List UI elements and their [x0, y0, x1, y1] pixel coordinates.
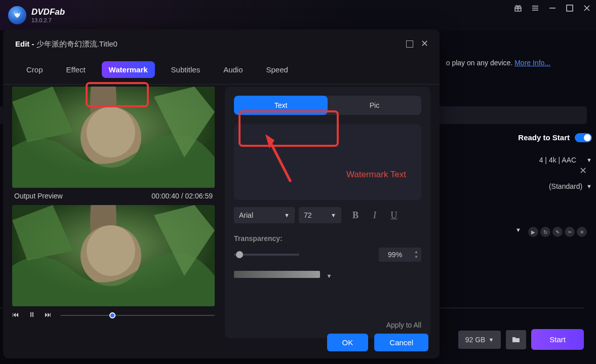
transparency-label: Transparency: — [234, 234, 421, 242]
mode-selector[interactable]: (Standard)▼ — [549, 182, 592, 190]
folder-button[interactable] — [506, 330, 526, 349]
chevron-down-icon: ▼ — [586, 157, 592, 163]
preview-before — [12, 87, 215, 188]
close-icon[interactable] — [583, 4, 591, 12]
ready-label: Ready to Start — [518, 133, 570, 142]
edit-action-icon[interactable]: ✎ — [552, 227, 563, 237]
next-frame-icon[interactable]: ⏭ — [45, 310, 52, 318]
tab-speed[interactable]: Speed — [259, 61, 295, 78]
preview-column: Output Preview 00:00:40 / 02:06:59 ⏮ — [12, 87, 215, 338]
svg-point-9 — [87, 225, 135, 276]
menu-icon[interactable] — [531, 4, 539, 12]
maximize-icon[interactable] — [566, 4, 574, 12]
action-icon-row: ▼ ▶ ↻ ✎ ✂ ✕ — [515, 227, 587, 237]
bg-description: o play on any device. More Info... — [446, 59, 550, 67]
refresh-action-icon[interactable]: ↻ — [540, 227, 550, 237]
slider-handle[interactable] — [236, 251, 243, 258]
ready-toggle[interactable] — [575, 133, 592, 142]
seg-pic[interactable]: Pic — [328, 96, 421, 115]
app-version: 13.0.2.7 — [31, 17, 65, 23]
item-close-icon[interactable]: ✕ — [579, 165, 587, 176]
font-size-select[interactable]: 72▼ — [299, 207, 341, 223]
transparency-slider[interactable] — [234, 254, 299, 256]
edit-dialog: Edit - 少年派的奇幻漂流.Title0 ✕ Crop Effect Wat… — [3, 29, 440, 358]
bold-button[interactable]: B — [348, 208, 363, 222]
preview-after — [12, 205, 215, 306]
chevron-down-icon[interactable]: ▼ — [326, 273, 332, 279]
size-selector[interactable]: 92 GB▼ — [458, 331, 501, 349]
annotation-arrow-icon — [260, 131, 301, 187]
codec-selector[interactable]: 4 | 4k | AAC▼ — [539, 156, 592, 164]
dialog-close-icon[interactable]: ✕ — [419, 38, 429, 49]
fox-icon — [12, 10, 23, 21]
app-topbar: DVDFab 13.0.2.7 — [0, 0, 596, 30]
watermark-preview-box[interactable]: Watermark Text — [234, 124, 421, 200]
app-logo — [8, 6, 26, 24]
play-action-icon[interactable]: ▶ — [528, 227, 538, 237]
pause-icon[interactable]: ⏸ — [28, 310, 35, 318]
cancel-button[interactable]: Cancel — [374, 334, 428, 351]
svg-point-5 — [87, 107, 135, 157]
spin-up-icon[interactable]: ▲ — [414, 250, 418, 255]
minimize-icon[interactable] — [548, 4, 557, 12]
watermark-panel: Text Pic Watermark Text Arial▼ 72▼ B I U — [225, 87, 430, 338]
chevron-down-icon: ▼ — [488, 337, 494, 343]
watermark-text-placeholder: Watermark Text — [346, 170, 406, 180]
timecode: 00:00:40 / 02:06:59 — [151, 192, 213, 200]
cut-action-icon[interactable]: ✂ — [565, 227, 575, 237]
prev-frame-icon[interactable]: ⏮ — [12, 310, 19, 318]
seg-text[interactable]: Text — [234, 96, 328, 115]
start-button[interactable]: Start — [531, 329, 584, 350]
dialog-maximize-icon[interactable] — [406, 41, 413, 48]
chevron-down-icon: ▼ — [284, 212, 290, 218]
chevron-down-icon: ▼ — [586, 183, 592, 189]
player-controls: ⏮ ⏸ ⏭ — [12, 306, 215, 322]
output-preview-label: Output Preview — [14, 192, 63, 200]
italic-button[interactable]: I — [368, 208, 382, 222]
font-select[interactable]: Arial▼ — [234, 207, 295, 223]
tab-effect[interactable]: Effect — [59, 61, 93, 78]
edit-tabs: Crop Effect Watermark Subtitles Audio Sp… — [3, 56, 440, 85]
tab-watermark[interactable]: Watermark — [102, 61, 155, 78]
tab-subtitles[interactable]: Subtitles — [164, 61, 208, 78]
app-name: DVDFab — [31, 7, 65, 17]
remove-action-icon[interactable]: ✕ — [577, 227, 587, 237]
timeline-handle[interactable] — [109, 312, 115, 318]
gift-icon[interactable] — [514, 4, 522, 12]
apply-to-all-link[interactable]: Apply to All — [234, 321, 421, 329]
tab-audio[interactable]: Audio — [216, 61, 250, 78]
color-gradient-picker[interactable] — [234, 271, 320, 278]
tab-crop[interactable]: Crop — [19, 61, 50, 78]
dialog-title: Edit - 少年派的奇幻漂流.Title0 — [15, 39, 117, 49]
watermark-type-segment: Text Pic — [234, 96, 421, 115]
svg-rect-1 — [567, 5, 573, 11]
more-info-link[interactable]: More Info... — [514, 59, 550, 67]
chevron-down-icon[interactable]: ▼ — [515, 227, 521, 237]
underline-button[interactable]: U — [387, 208, 401, 222]
chevron-down-icon: ▼ — [331, 212, 336, 218]
spin-down-icon[interactable]: ▼ — [414, 255, 418, 260]
timeline-slider[interactable] — [61, 312, 215, 318]
ok-button[interactable]: OK — [327, 334, 369, 351]
transparency-spinner[interactable]: 99% ▲▼ — [379, 248, 421, 262]
